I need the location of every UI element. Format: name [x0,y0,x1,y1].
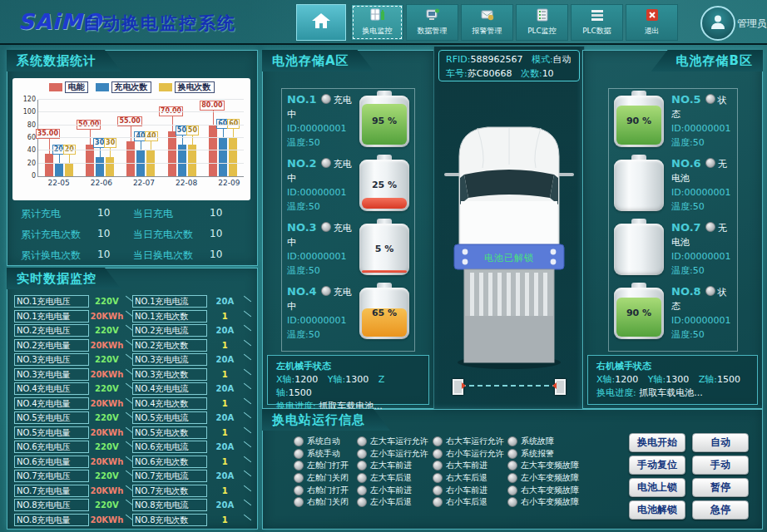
summary-label: 当日充电次数 [133,228,210,242]
right-arm-title: 右机械手状态 [596,360,749,373]
home-button[interactable] [296,4,346,41]
monitor-value: 220V [89,384,124,393]
monitor-row-decoration [242,297,250,306]
chart-label-line [141,141,141,150]
battery-fill [362,270,407,273]
monitor-row-decoration [124,326,132,335]
battery-icon: 5 % [359,224,409,275]
indicator: 右舱门关闭 [294,496,349,509]
battery-fill [362,198,407,209]
battery-icon: 90 % [614,288,664,339]
monitor-row: NO.2充电电压220VNO.2充电电流20A [14,323,250,338]
battery-icon: 25 % [359,160,409,211]
summary-item: 当日换电次数10 [133,249,245,263]
monitor-row-decoration [124,457,132,466]
page-title: 自动换电监控系统 [83,12,236,35]
battery-temp: 温度:50 [287,328,352,342]
summary-label: 当日充电 [133,207,210,221]
control-button[interactable]: 电池上锁 [629,478,685,497]
nav-button-2[interactable]: 数据管理 [406,4,458,41]
monitor-row: NO.1充电电压220VNO.1充电电流20A [14,294,250,309]
indicator-label: 左大车前进 [370,460,412,471]
monitor-row-decoration [242,500,250,510]
monitor-row-decoration [242,312,250,321]
indicator-dot-icon [357,436,367,446]
nav-button-3[interactable]: 报警管理 [461,4,513,41]
monitor-value: 220V [89,413,124,422]
status-dot-icon [321,222,331,232]
indicator-label: 左小车变频故障 [521,472,579,484]
user-avatar[interactable] [700,6,735,41]
nav-button-6[interactable]: 退出 [626,4,678,41]
indicator-dot-icon [357,461,367,470]
indicator-column: 系统自动系统手动左舱门打开左舱门关闭右舱门打开右舱门关闭 [294,436,349,509]
indicator-label: 右小车前进 [446,485,487,496]
monitor-label: NO.5充电电量 [14,426,89,439]
plc-data-icon [590,8,605,25]
monitor-row-decoration [242,326,250,335]
home-icon [311,12,331,32]
monitor-row-decoration [124,297,132,306]
monitor-value: 20KWh [89,370,124,379]
chart-bar [126,141,135,176]
chart-bar [65,164,73,176]
control-button[interactable]: 自动 [692,433,749,452]
nav-button-4[interactable]: PLC监控 [516,4,568,41]
control-button[interactable]: 暂停 [692,478,749,497]
indicator-dot-icon [507,461,517,470]
monitor-label: NO.4充电电压 [14,382,89,395]
monitor-row-decoration [124,500,132,510]
vehicle-info-box: RFID:588962567 模式:自动 车号:苏C80668 次数:10 [438,50,580,81]
legend-swatch [96,83,109,91]
control-button[interactable]: 手动复位 [629,456,685,475]
monitor-label: NO.3充电次数 [132,368,207,381]
monitor-row: NO.8充电电压220VNO.8充电电流20A [14,498,250,513]
indicator-column: 系统故障系统报警左大车变频故障左小车变频故障右大车变频故障右小车变频故障 [507,436,579,509]
indicator-label: 系统自动 [307,436,340,447]
control-button[interactable]: 手动 [692,456,749,475]
indicator-dot-icon [433,497,443,507]
summary-value: 10 [97,228,110,242]
monitor-value: 20A [207,471,242,480]
monitor-row-decoration [242,399,250,408]
monitor-label: NO.6充电次数 [132,456,207,468]
monitor-value: 20KWh [89,457,124,466]
battery-temp: 温度:50 [287,135,352,150]
app-window: SAiMO 自动换电监控系统 换电监控数据管理报警管理PLC监控PLC数据退出 … [0,0,767,532]
zone-a-title: 电池存储A区 [262,50,374,71]
monitor-value: 220V [89,500,124,510]
indicator-dot-icon [294,497,304,507]
chart-value-label: 50 [186,126,199,135]
monitor-label: NO.2充电电流 [132,324,207,337]
nav-button-1[interactable]: 换电监控 [351,4,403,41]
chart-x-tick: 22-06 [91,179,112,187]
monitor-row-decoration [124,471,132,480]
nav-button-5[interactable]: PLC数据 [571,4,623,41]
indicator-dot-icon [357,449,367,459]
control-button[interactable]: 换电开始 [629,433,685,452]
status-dot-icon [705,158,715,168]
indicator: 左小车变频故障 [507,472,579,485]
track-dashed-line [461,385,557,387]
summary-value: 10 [210,228,222,242]
chart-label-line [151,141,151,150]
battery-info: NO.4充电中ID:00000001温度:50 [287,284,352,342]
chart-bar [45,154,53,176]
battery-id: ID:00000001 [287,313,352,328]
indicator-column: 左大车运行允许左小车运行允许左大车前进左大车后退左小车前进左小车后退 [357,436,428,509]
battery-number: NO.5 [671,93,701,106]
nav-items: 换电监控数据管理报警管理PLC监控PLC数据退出 [351,4,678,41]
monitor-row: NO.4充电电量20KWhNO.4充电次数1 [14,397,250,411]
battery-number: NO.1 [287,93,317,106]
plc-control-icon [535,8,550,25]
left-arm-status-box: 左机械手状态 X轴:1200 Y轴:1300 Z轴:1500 换电进度: 抓取车… [267,355,429,405]
monitor-row: NO.4充电电压220VNO.4充电电流20A [14,382,250,397]
chart-bar [209,126,217,176]
indicator-label: 系统手动 [307,448,340,460]
control-button[interactable]: 急停 [692,500,749,520]
indicator-label: 右大车后退 [446,472,487,484]
indicator-label: 右小车变频故障 [521,496,579,508]
monitor-value: 20A [207,500,242,510]
control-button[interactable]: 电池解锁 [629,500,685,520]
summary-label: 累计换电次数 [21,249,97,263]
